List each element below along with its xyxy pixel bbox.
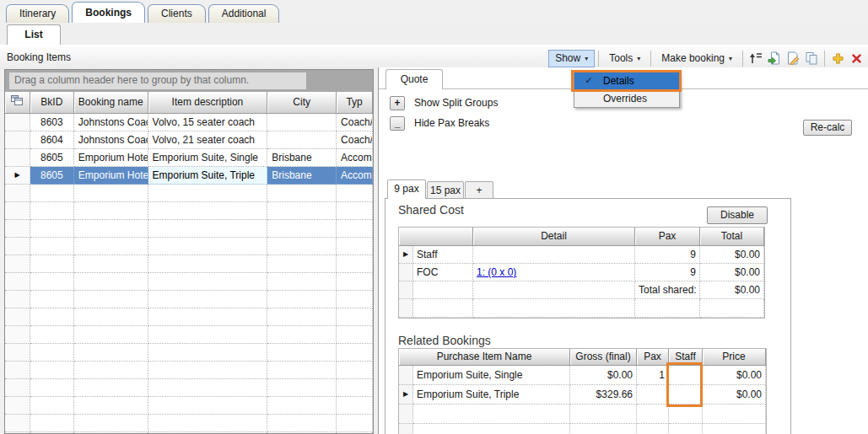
menu-item-label: Overrides bbox=[603, 93, 647, 104]
tab-clients[interactable]: Clients bbox=[148, 4, 206, 23]
delete-icon[interactable] bbox=[847, 50, 865, 67]
add-icon[interactable] bbox=[828, 50, 847, 67]
grid-cell bbox=[700, 299, 764, 318]
move-top-icon[interactable] bbox=[747, 50, 765, 67]
tab-additional[interactable]: Additional bbox=[208, 4, 280, 23]
column-header-price[interactable]: Price bbox=[703, 349, 766, 366]
column-header-pax[interactable]: Pax bbox=[637, 349, 669, 366]
show-split-groups-button[interactable]: + bbox=[390, 96, 405, 110]
grid-cell bbox=[337, 220, 373, 238]
grid-cell bbox=[30, 379, 74, 397]
tab-quote[interactable]: Quote bbox=[385, 69, 443, 89]
edit-document-icon[interactable] bbox=[784, 50, 802, 67]
column-header-pax[interactable]: Pax bbox=[635, 228, 700, 246]
hide-pax-breaks-label: Hide Pax Breaks bbox=[414, 116, 489, 131]
column-header-staff[interactable]: Staff bbox=[669, 349, 703, 366]
group-by-bar[interactable]: Drag a column header here to group by th… bbox=[5, 70, 373, 92]
column-header-gross-final-[interactable]: Gross (final) bbox=[570, 349, 637, 366]
row-selector bbox=[5, 397, 30, 415]
menu-item-overrides[interactable]: Overrides bbox=[574, 89, 679, 107]
grid-cell bbox=[74, 273, 148, 291]
grid-cell bbox=[399, 299, 413, 318]
grid-cell bbox=[74, 202, 148, 220]
grid-empty-row[interactable] bbox=[5, 220, 373, 238]
grid-row[interactable]: 8605Emporium HotelEmporium Suite, Single… bbox=[5, 149, 373, 167]
tab-9-pax[interactable]: 9 pax bbox=[387, 179, 426, 199]
related-booking-row[interactable]: ▶Emporium Suite, Triple$329.66$0.00 bbox=[399, 385, 766, 405]
column-header-blank[interactable] bbox=[399, 228, 473, 246]
grid-empty-row[interactable] bbox=[5, 185, 373, 202]
grid-cell bbox=[267, 326, 337, 344]
grid-cell bbox=[30, 308, 74, 326]
pax-cell bbox=[637, 424, 669, 434]
grid-empty-row[interactable] bbox=[5, 308, 373, 326]
tab-itinerary[interactable]: Itinerary bbox=[6, 4, 69, 23]
row-selector bbox=[399, 264, 413, 281]
shared-cost-table: DetailPaxTotal ▶Staff9$0.00FOC1: (0 x 0)… bbox=[398, 227, 765, 319]
row-selector-arrow-icon[interactable]: ▶ bbox=[5, 167, 30, 185]
grid-empty-row[interactable] bbox=[5, 379, 373, 397]
grid-row[interactable]: 8604Johnstons Coac..Volvo, 21 seater coa… bbox=[5, 131, 373, 149]
column-header-purchase-item-name[interactable]: Purchase Item Name bbox=[399, 349, 570, 366]
show-button[interactable]: Show ▾ bbox=[548, 50, 595, 67]
grid-empty-row[interactable] bbox=[5, 291, 373, 308]
chevron-down-icon: ▾ bbox=[585, 55, 588, 62]
tab-list[interactable]: List bbox=[7, 24, 61, 45]
row-selector bbox=[5, 326, 30, 344]
shared-cost-row[interactable]: FOC1: (0 x 0)9$0.00 bbox=[399, 264, 764, 281]
shared-cost-title: Shared Cost bbox=[398, 203, 464, 217]
hide-pax-breaks-button[interactable]: _ bbox=[390, 116, 405, 131]
field-chooser-header[interactable] bbox=[5, 92, 30, 114]
copy-documents-icon[interactable] bbox=[802, 50, 821, 67]
related-booking-row[interactable]: Emporium Suite, Single$0.001$0.00 bbox=[399, 366, 766, 385]
sub-tab-bar: List bbox=[0, 23, 868, 45]
tab-+[interactable]: + bbox=[465, 181, 493, 200]
grid-cell: 8605 bbox=[30, 149, 74, 167]
column-header-booking-name[interactable]: Booking name bbox=[74, 92, 148, 114]
grid-empty-row[interactable] bbox=[5, 326, 373, 344]
grid-cell bbox=[30, 238, 74, 255]
grid-cell bbox=[337, 238, 373, 255]
column-header-city[interactable]: City bbox=[267, 92, 337, 114]
grid-cell bbox=[267, 415, 337, 432]
grid-empty-row[interactable] bbox=[5, 397, 373, 415]
grid-empty-row[interactable] bbox=[5, 238, 373, 255]
grid-cell bbox=[413, 299, 473, 318]
make-booking-button[interactable]: Make booking ▾ bbox=[655, 50, 739, 67]
grid-empty-row[interactable] bbox=[5, 202, 373, 220]
disable-button[interactable]: Disable bbox=[707, 206, 768, 224]
new-document-icon[interactable] bbox=[765, 50, 784, 67]
grid-empty-row[interactable] bbox=[5, 344, 373, 362]
grid-empty-row[interactable] bbox=[5, 362, 373, 379]
grid-cell bbox=[337, 255, 373, 273]
gross-cell bbox=[570, 424, 637, 434]
grid-empty-row[interactable] bbox=[5, 415, 373, 432]
grid-row[interactable]: ▶8605Emporium HotelEmporium Suite, Tripl… bbox=[5, 167, 373, 185]
show-menu: ✓DetailsOverrides bbox=[574, 71, 680, 108]
recalc-button[interactable]: Re-calc bbox=[803, 120, 852, 136]
field-chooser-icon bbox=[11, 95, 23, 105]
grid-empty-row[interactable] bbox=[5, 255, 373, 273]
tab-bookings[interactable]: Bookings bbox=[72, 2, 145, 23]
shared-cost-row[interactable]: Total shared:$0.00 bbox=[399, 281, 764, 299]
purchase-item-name-cell bbox=[413, 405, 570, 424]
grid-empty-row[interactable] bbox=[5, 273, 373, 291]
tools-button[interactable]: Tools ▾ bbox=[602, 50, 647, 67]
grid-cell bbox=[148, 362, 268, 379]
foc-detail-link[interactable]: 1: (0 x 0) bbox=[477, 266, 516, 278]
tab-15-pax[interactable]: 15 pax bbox=[427, 181, 464, 200]
grid-cell bbox=[74, 397, 148, 415]
grid-cell bbox=[148, 344, 268, 362]
column-header-item-description[interactable]: Item description bbox=[148, 92, 268, 114]
shared-cost-row[interactable]: ▶Staff9$0.00 bbox=[399, 246, 764, 264]
column-header-typ[interactable]: Typ bbox=[337, 92, 373, 114]
shared-total-cell: $0.00 bbox=[700, 246, 764, 264]
column-header-total[interactable]: Total bbox=[700, 228, 764, 246]
column-header-bkid[interactable]: BkID bbox=[30, 92, 74, 114]
column-header-detail[interactable]: Detail bbox=[473, 228, 635, 246]
grid-row[interactable]: 8603Johnstons Coac..Volvo, 15 seater coa… bbox=[5, 114, 373, 131]
menu-item-details[interactable]: ✓Details bbox=[574, 72, 679, 89]
related-bookings-title: Related Bookings bbox=[398, 334, 491, 347]
grid-cell bbox=[30, 344, 74, 362]
grid-cell: 8603 bbox=[30, 114, 74, 131]
